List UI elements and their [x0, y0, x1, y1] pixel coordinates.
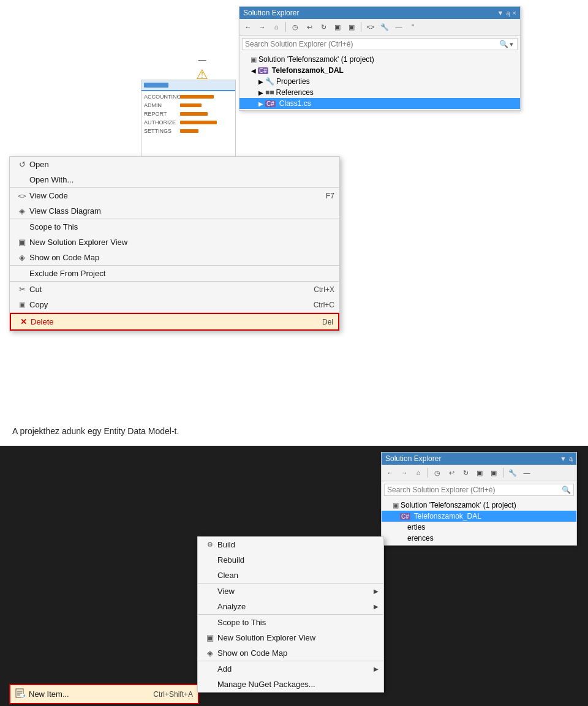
- cm-clean-label: Clean: [217, 571, 379, 580]
- new-item-box[interactable]: + New Item... Ctrl+Shift+A: [9, 684, 199, 704]
- tree-item-label: Class1.cs: [279, 99, 311, 108]
- tree-item-label: Telefonszamok_DAL: [272, 66, 344, 75]
- se-forward-btn[interactable]: →: [256, 21, 268, 33]
- code-map-icon: ◈: [15, 253, 29, 262]
- se-back-btn-b[interactable]: ←: [384, 467, 396, 479]
- cm-cut-label: Cut: [29, 285, 301, 294]
- se-title-controls-top: ▼ ą ×: [497, 9, 516, 17]
- se-refresh-btn-b[interactable]: ↩: [445, 467, 458, 479]
- cm-new-se-view[interactable]: ▣ New Solution Explorer View: [10, 235, 339, 250]
- se-title-bar-top: Solution Explorer ▼ ą ×: [239, 7, 520, 19]
- cm-new-se-label: New Solution Explorer View: [29, 238, 334, 247]
- cm-new-se-view-b[interactable]: ▣ New Solution Explorer View: [198, 630, 383, 645]
- cm-view-b[interactable]: View ▶: [198, 584, 383, 599]
- se-collapse-btn-b[interactable]: —: [521, 467, 533, 479]
- se-pin-icon-bottom[interactable]: ▼: [560, 455, 567, 462]
- se-forward-btn-b[interactable]: →: [398, 467, 410, 479]
- se-toolbar-sep1: [285, 22, 286, 32]
- cm-view-class[interactable]: ◈ View Class Diagram: [10, 203, 339, 219]
- cm-copy[interactable]: ▣ Copy Ctrl+C: [10, 297, 339, 312]
- cm-copy-shortcut: Ctrl+C: [314, 301, 334, 309]
- cm-scope-to-this[interactable]: Scope to This: [10, 219, 339, 235]
- se-view-btn2-b[interactable]: ▣: [488, 467, 500, 479]
- cm-analyze-label-b: Analyze: [217, 602, 374, 611]
- context-menu-bottom: ⚙ Build Rebuild Clean View ▶ Analyze ▶ S…: [197, 536, 384, 693]
- preview-row-bar: [180, 121, 217, 124]
- tree-item-properties[interactable]: ▶ 🔧 Properties: [239, 76, 520, 87]
- se-search-input-top[interactable]: [245, 40, 499, 48]
- se-search-input-bottom[interactable]: [387, 486, 562, 494]
- se-close-icon[interactable]: ×: [513, 9, 516, 17]
- cm-view-arrow: ▶: [374, 588, 379, 595]
- tree-item-label-b: Telefonszamok_DAL: [414, 512, 481, 520]
- cm-open[interactable]: ↺ Open: [10, 157, 339, 172]
- preview-row-label: AUTHORIZE: [144, 119, 178, 126]
- tree-item-project-b[interactable]: C# Telefonszamok_DAL: [382, 511, 576, 522]
- cm-add-b[interactable]: Add ▶: [198, 661, 383, 677]
- bottom-section: Solution Explorer ▼ ą ← → ⌂ ◷ ↩ ↻ ▣ ▣ 🔧 …: [0, 446, 588, 706]
- cm-exclude[interactable]: Exclude From Project: [10, 266, 339, 281]
- se-props-btn[interactable]: 🔧: [379, 21, 391, 33]
- se-refresh2-btn-b[interactable]: ↻: [459, 467, 472, 479]
- preview-row-bar: [180, 112, 208, 116]
- cm-open-label: Open: [29, 160, 322, 169]
- tree-item-references-b[interactable]: erences: [382, 533, 576, 544]
- cm-cut[interactable]: ✂ Cut Ctrl+X: [10, 282, 339, 297]
- se-code-btn[interactable]: <>: [364, 21, 377, 33]
- se-collapse-btn[interactable]: —: [393, 21, 405, 33]
- cm-scope-b[interactable]: Scope to This: [198, 615, 383, 630]
- top-section: — ⚠ ACCOUNTING ADMIN REPORT AUTHORIZE: [0, 0, 588, 416]
- cm-view-code[interactable]: <> View Code F7: [10, 188, 339, 203]
- cm-nuget-b[interactable]: Manage NuGet Packages...: [198, 677, 383, 692]
- se-props-btn-b[interactable]: 🔧: [507, 467, 519, 479]
- tree-item-project[interactable]: ◀ C# Telefonszamok_DAL: [239, 65, 520, 76]
- tree-item-references[interactable]: ▶ ■■ References: [239, 87, 520, 98]
- se-search-icon-top: 🔍: [499, 40, 508, 48]
- se-sync-btn[interactable]: ◷: [289, 21, 301, 33]
- preview-header: [141, 80, 235, 91]
- se-search-dropdown-icon[interactable]: ▼: [508, 41, 514, 48]
- cm-delete[interactable]: ✕ Delete Del: [10, 313, 339, 331]
- cm-analyze-b[interactable]: Analyze ▶: [198, 599, 383, 614]
- se-back-btn[interactable]: ←: [242, 21, 254, 33]
- cm-copy-label: Copy: [29, 300, 301, 309]
- se-refresh2-btn[interactable]: ↻: [317, 21, 330, 33]
- cm-clean[interactable]: Clean: [198, 568, 383, 583]
- cm-build[interactable]: ⚙ Build: [198, 537, 383, 552]
- se-pin-icon[interactable]: ▼: [497, 9, 504, 17]
- cm-rebuild[interactable]: Rebuild: [198, 552, 383, 568]
- build-icon: ⚙: [203, 541, 217, 549]
- se-sync-btn-b[interactable]: ◷: [431, 467, 443, 479]
- cm-show-code-map-label-b: Show on Code Map: [217, 648, 379, 658]
- tree-item-label-b: Solution 'Telefonszamok' (1 project): [401, 501, 516, 509]
- view-class-icon: ◈: [15, 206, 29, 216]
- tree-item-properties-b[interactable]: erties: [382, 522, 576, 533]
- solution-explorer-top: Solution Explorer ▼ ą × ← → ⌂ ◷ ↩ ↻ ▣ ▣ …: [239, 6, 521, 111]
- se-search-bar-top[interactable]: 🔍 ▼: [242, 38, 518, 50]
- new-item-label: New Item...: [29, 689, 149, 699]
- solution-icon: ▣: [251, 56, 257, 64]
- code-map-icon-b: ◈: [203, 648, 217, 658]
- tree-item-solution[interactable]: ▣ Solution 'Telefonszamok' (1 project): [239, 54, 520, 65]
- cm-show-code-map-b[interactable]: ◈ Show on Code Map: [198, 645, 383, 661]
- tree-item-solution-b[interactable]: ▣ Solution 'Telefonszamok' (1 project): [382, 500, 576, 511]
- se-home-btn[interactable]: ⌂: [270, 21, 282, 33]
- view-code-icon: <>: [15, 192, 29, 200]
- se-home-btn-b[interactable]: ⌂: [412, 467, 424, 479]
- se-view-btn1[interactable]: ▣: [331, 21, 344, 33]
- cm-open-with[interactable]: Open With...: [10, 172, 339, 187]
- references-icon: ■■: [265, 88, 274, 97]
- preview-panel: ACCOUNTING ADMIN REPORT AUTHORIZE SETTIN…: [141, 80, 236, 159]
- se-search-bar-bottom[interactable]: 🔍: [384, 484, 574, 496]
- se-more-btn[interactable]: '': [407, 21, 419, 33]
- tree-item-label: References: [276, 88, 314, 97]
- tree-item-class1[interactable]: ▶ C# Class1.cs: [239, 98, 520, 109]
- se-tree-bottom: ▣ Solution 'Telefonszamok' (1 project) C…: [382, 498, 576, 545]
- se-dock-icon[interactable]: ą: [506, 9, 510, 17]
- se-dock-icon-bottom[interactable]: ą: [569, 455, 573, 462]
- se-refresh-btn[interactable]: ↩: [303, 21, 315, 33]
- cm-show-code-map[interactable]: ◈ Show on Code Map: [10, 250, 339, 265]
- se-title-text-top: Solution Explorer: [243, 9, 299, 17]
- se-view-btn2[interactable]: ▣: [345, 21, 358, 33]
- se-view-btn1-b[interactable]: ▣: [473, 467, 486, 479]
